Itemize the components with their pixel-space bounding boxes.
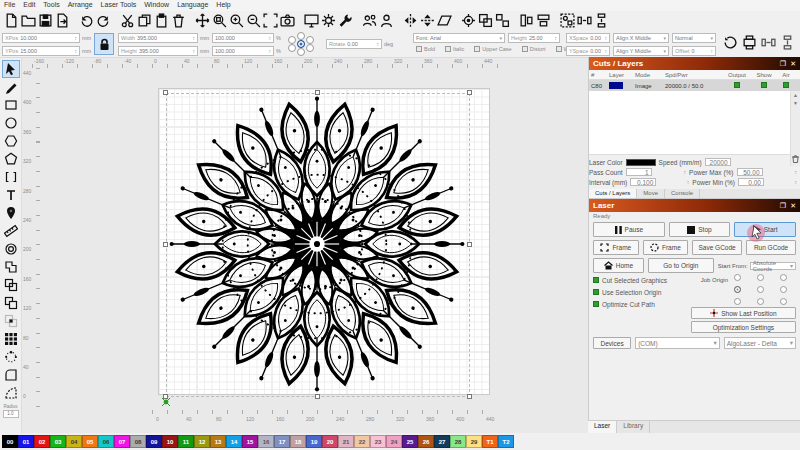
palette-color-28[interactable]: 28 [450,435,466,448]
layer-list[interactable]: ▲ ▼ [589,91,800,155]
palette-color-04[interactable]: 04 [66,435,82,448]
star-tool-icon[interactable] [2,150,20,168]
job-origin-radio[interactable] [757,286,764,293]
ungroup-icon[interactable] [494,12,511,29]
port-select[interactable]: (COM)▾ [635,337,719,349]
menu-item-edit[interactable]: Edit [23,1,35,10]
start-from-select[interactable]: Absolute Coords▾ [750,262,796,270]
font-select[interactable]: Font: Arial▾ [413,33,505,43]
stop-button[interactable]: Stop [669,222,731,237]
select-tool-icon[interactable] [2,60,20,78]
palette-color-23[interactable]: 23 [370,435,386,448]
optimization-settings-button[interactable]: Optimization Settings [691,321,796,333]
align-horizontal-icon[interactable] [518,12,535,29]
air-checkbox[interactable] [783,82,789,88]
palette-color-13[interactable]: 13 [210,435,226,448]
palette-color-10[interactable]: 10 [162,435,178,448]
align-y-select[interactable]: Align Y Middle▾ [613,46,669,56]
tab-console[interactable]: Console [665,189,700,198]
distribute-vertical-icon[interactable] [593,12,610,29]
save-gcode-button[interactable]: Save GCode [692,240,742,255]
scale-y-field[interactable]: 100.000↕ [212,46,274,56]
device-select[interactable]: AlgoLaser - Delta▾ [724,337,796,349]
menu-item-file[interactable]: File [4,1,15,10]
palette-color-08[interactable]: 08 [130,435,146,448]
menu-item-tools[interactable]: Tools [43,1,59,10]
palette-color-24[interactable]: 24 [386,435,402,448]
xspace-field[interactable]: XSpace 0.00↕ [566,33,610,43]
distribute-horizontal-icon[interactable] [576,12,593,29]
radius-control[interactable]: Radius1.0 [3,404,19,418]
draw-pencil-icon[interactable] [2,78,20,96]
menu-item-language[interactable]: Language [177,1,208,10]
text-tool-icon[interactable] [2,186,20,204]
settings-gear-icon[interactable] [320,12,337,29]
selection-handle[interactable] [467,394,472,399]
layer-row[interactable]: C80 Image 20000.0 / 50.0 [589,80,800,91]
interval-field[interactable]: 0.100 [630,178,656,186]
devices-button[interactable]: Devices [593,337,631,349]
boolean-subtract-icon[interactable] [2,294,20,312]
user-icon[interactable] [378,12,395,29]
align-x-select[interactable]: Align X Middle▾ [613,33,669,43]
palette-color-07[interactable]: 07 [114,435,130,448]
palette-color-19[interactable]: 19 [306,435,322,448]
laser-color-swatch[interactable] [626,159,656,166]
anchor-point-selector[interactable] [288,32,322,56]
offset-shapes-icon[interactable] [2,240,20,258]
palette-color-18[interactable]: 18 [290,435,306,448]
palette-color-02[interactable]: 02 [34,435,50,448]
selection-handle[interactable] [315,90,320,95]
palette-color-15[interactable]: 15 [242,435,258,448]
job-origin-radio[interactable] [780,286,787,293]
radius-value[interactable]: 1.0 [3,410,19,417]
selection-handle[interactable] [163,242,168,247]
optimize-cut-path-checkbox[interactable]: Optimize Cut Path [589,299,655,309]
print-cut-icon[interactable] [741,34,758,51]
monitor-icon[interactable] [303,12,320,29]
export-icon[interactable] [54,12,71,29]
open-file-icon[interactable] [20,12,37,29]
font-height-field[interactable]: Height 25.00↕ [508,33,560,43]
close-panel-icon[interactable]: ✕ [790,202,796,210]
palette-color-06[interactable]: 06 [98,435,114,448]
circular-array-icon[interactable] [2,348,20,366]
mirror-horizontal-icon[interactable] [402,12,419,29]
selection-handle[interactable] [163,90,168,95]
offset-field[interactable]: Offset 0↕ [672,46,716,56]
menu-item-arrange[interactable]: Arrange [68,1,93,10]
palette-color-T1[interactable]: T1 [482,435,498,448]
palette-color-21[interactable]: 21 [338,435,354,448]
palette-color-03[interactable]: 03 [50,435,66,448]
target-icon[interactable] [460,12,477,29]
measure-tool-icon[interactable] [2,222,20,240]
rotate-reset-icon[interactable] [722,34,739,51]
bold-checkbox[interactable]: Bold [416,46,435,52]
job-origin-radio[interactable] [757,274,764,281]
job-origin-radio[interactable] [780,274,787,281]
tab-cuts-layers[interactable]: Cuts / Layers [589,189,637,198]
close-panel-icon[interactable]: ✕ [790,60,796,68]
cut-icon[interactable] [119,12,136,29]
camera-icon[interactable] [279,12,296,29]
pass-count-field[interactable]: 1 [626,168,652,176]
float-panel-icon[interactable]: ❐ [780,202,786,210]
layer-down-button[interactable]: ▼ [793,100,798,106]
users-icon[interactable] [361,12,378,29]
palette-color-16[interactable]: 16 [258,435,274,448]
run-gcode-button[interactable]: Run GCode [746,240,796,255]
save-icon[interactable] [37,12,54,29]
rotate-field[interactable]: Rotate 0.00↕ [326,39,382,49]
distort-checkbox[interactable]: Distort [522,46,546,52]
boolean-intersect-icon[interactable] [2,312,20,330]
canvas-area[interactable]: 44040036032028024020016012080400-160-120… [22,58,588,433]
mirror-vertical-icon[interactable] [419,12,436,29]
italic-checkbox[interactable]: Italic [445,46,464,52]
tab-move[interactable]: Move [637,189,665,198]
palette-color-20[interactable]: 20 [322,435,338,448]
menu-item-help[interactable]: Help [216,1,230,10]
palette-color-29[interactable]: 29 [466,435,482,448]
paste-icon[interactable] [153,12,170,29]
selection-handle[interactable] [467,90,472,95]
palette-color-26[interactable]: 26 [418,435,434,448]
